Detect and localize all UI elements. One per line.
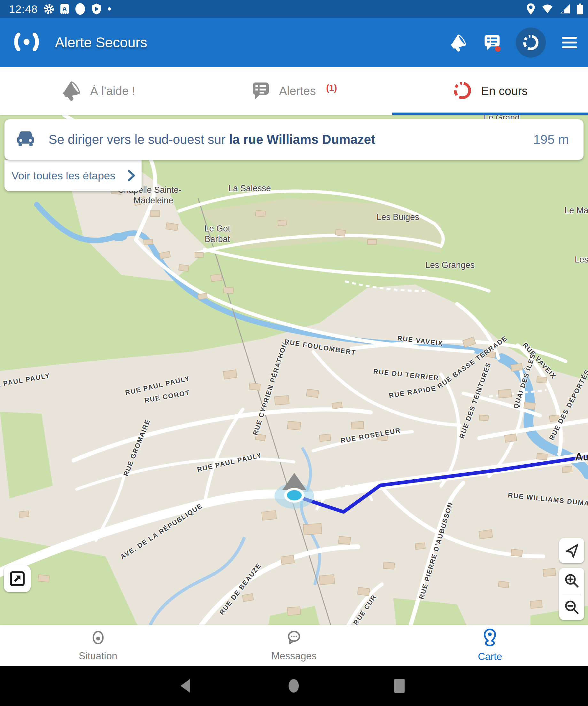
alert-count-badge: (1): [326, 83, 337, 93]
map-graphics: [0, 115, 588, 625]
megaphone-tab-icon: [61, 80, 82, 102]
nav-label: Carte: [478, 651, 502, 663]
recenter-compass-button[interactable]: [559, 538, 584, 563]
situation-target-icon: [90, 629, 106, 647]
tab-alertes[interactable]: Alertes (1): [196, 67, 392, 115]
svg-text:A: A: [62, 5, 67, 12]
all-steps-button[interactable]: Voir toutes les étapes: [4, 160, 141, 191]
nav-label: Situation: [79, 651, 117, 662]
clock: 12:48: [9, 3, 38, 15]
android-back-button[interactable]: [167, 666, 205, 706]
circle-notification-icon: [75, 3, 86, 15]
zoom-controls: [559, 568, 584, 620]
app-a-icon: A: [60, 3, 69, 14]
tab-a-laide[interactable]: À l'aide !: [0, 67, 196, 115]
notification-dot-icon: [108, 7, 111, 11]
chevron-right-icon: [126, 169, 136, 182]
android-recents-button[interactable]: [380, 666, 419, 706]
alert-list-tab-icon: [251, 81, 271, 102]
all-steps-label: Voir toutes les étapes: [11, 169, 115, 182]
nav-carte[interactable]: Carte: [392, 625, 588, 666]
android-home-button[interactable]: [275, 666, 313, 706]
messages-bubble-icon: [286, 629, 302, 647]
spinner-tab-icon: [452, 80, 473, 102]
alerte-secours-logo-icon: [13, 32, 40, 53]
zoom-out-button[interactable]: [559, 594, 584, 620]
android-navigation-bar: [0, 666, 588, 706]
place-label: Le Got: [204, 224, 230, 234]
hamburger-menu-button[interactable]: [559, 32, 580, 53]
location-marker: [275, 473, 314, 509]
place-label: Les Granges: [425, 260, 475, 270]
nav-situation[interactable]: Situation: [0, 625, 196, 666]
battery-icon: [577, 3, 584, 15]
wifi-icon: [541, 3, 553, 14]
distance-remaining: 195 m: [533, 132, 569, 147]
status-bar-right: [520, 0, 584, 18]
navigation-instruction-card[interactable]: Se diriger vers le sud-ouest sur la rue …: [4, 119, 584, 160]
expand-map-button[interactable]: [4, 565, 31, 592]
nav-label: Messages: [271, 651, 317, 662]
place-label: Barbat: [205, 234, 230, 244]
shield-play-icon: [91, 3, 101, 15]
nav-messages[interactable]: Messages: [196, 625, 392, 666]
app-screen: 12:48 A: [0, 0, 588, 706]
gear-icon: [43, 3, 54, 14]
place-label: Le Marc: [564, 206, 588, 215]
place-label: La Salesse: [228, 184, 271, 193]
app-bar-actions: [448, 18, 580, 67]
in-progress-spinner-button[interactable]: [516, 28, 546, 57]
app-title: Alerte Secours: [55, 35, 147, 50]
status-bar: 12:48 A: [0, 0, 588, 18]
place-label: Les: [575, 255, 588, 265]
zoom-in-button[interactable]: [559, 568, 584, 594]
place-label: Madeleine: [134, 196, 173, 206]
app-bar: Alerte Secours: [0, 18, 588, 67]
instruction-text: Se diriger vers le sud-ouest sur la rue …: [49, 132, 533, 147]
map-pin-icon: [483, 629, 497, 648]
tab-label: En cours: [481, 84, 528, 98]
messages-badge-button[interactable]: [482, 32, 502, 53]
instruction-road: la rue Williams Dumazet: [229, 132, 376, 147]
tab-bar: À l'aide ! Alertes (1) En cours: [0, 67, 588, 115]
bottom-navigation: Situation Messages Carte: [0, 625, 588, 666]
location-pin-icon: [526, 3, 536, 15]
tab-en-cours[interactable]: En cours: [392, 67, 588, 115]
map-canvas[interactable]: Le GrandChapelle Sainte-MadeleineLa Sale…: [0, 115, 588, 625]
active-tab-indicator: [392, 113, 588, 115]
car-icon: [15, 131, 36, 149]
cell-signal-icon: [559, 3, 571, 14]
city-label: Au: [575, 450, 588, 463]
megaphone-button[interactable]: [448, 32, 468, 53]
tab-label: À l'aide !: [90, 84, 135, 98]
place-label: Les Buiges: [376, 212, 419, 222]
tab-label: Alertes: [279, 84, 316, 98]
